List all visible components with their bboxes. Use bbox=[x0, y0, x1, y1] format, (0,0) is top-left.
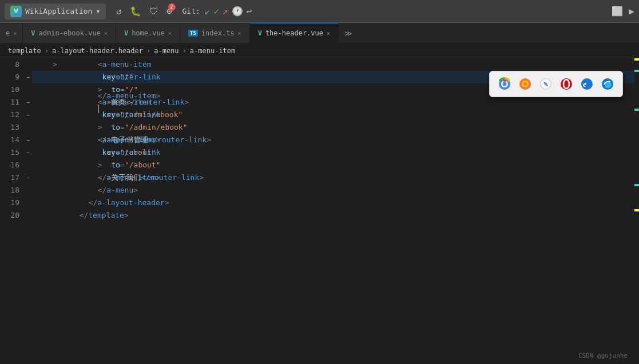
app-name: WikiApplication bbox=[25, 7, 92, 15]
tab-the-header-close[interactable]: × bbox=[327, 30, 330, 37]
tab-home-close[interactable]: × bbox=[168, 30, 172, 37]
fold-20 bbox=[24, 209, 32, 222]
run-icon[interactable]: ▶ bbox=[629, 6, 634, 17]
toolbar-icons: ↺ 🐛 🛡 ⊕ 2 bbox=[116, 6, 172, 17]
git-check-icon[interactable]: ✓ bbox=[213, 6, 219, 17]
gutter-mark-4 bbox=[634, 184, 639, 186]
breadcrumb-a-menu[interactable]: a-menu bbox=[154, 47, 178, 55]
fold-9[interactable]: − bbox=[24, 71, 32, 83]
tab-prev-label: e bbox=[6, 29, 10, 37]
edge-old-icon[interactable]: e bbox=[579, 76, 595, 92]
fold-11[interactable]: − bbox=[24, 96, 32, 109]
right-gutter bbox=[634, 58, 639, 364]
breadcrumb-template[interactable]: template bbox=[8, 47, 41, 55]
ln-8: 8 bbox=[0, 58, 19, 71]
git-icons: ↙ ✓ ↗ 🕐 ↩ bbox=[205, 6, 252, 17]
fold-12[interactable]: − bbox=[24, 109, 32, 121]
opera-icon[interactable] bbox=[558, 76, 574, 92]
breadcrumb-sep-1: › bbox=[45, 47, 49, 55]
app-dropdown-icon: ▾ bbox=[96, 7, 100, 15]
fold-19 bbox=[24, 197, 32, 209]
tab-overflow[interactable]: ≫ bbox=[339, 23, 358, 43]
layout-icon[interactable]: ⬜ bbox=[612, 6, 623, 17]
ln-9: 9 bbox=[0, 71, 19, 83]
fold-area: − − − − − − bbox=[24, 58, 32, 364]
tab-the-header-label: the-header.vue bbox=[265, 29, 323, 37]
ts-icon: TS bbox=[188, 30, 198, 37]
ln-13: 13 bbox=[0, 121, 19, 134]
git-pull-icon[interactable]: ↙ bbox=[205, 6, 211, 17]
fold-18 bbox=[24, 184, 32, 197]
breadcrumb-a-menu-item[interactable]: a-menu-item bbox=[190, 47, 235, 55]
vue-icon-2: V bbox=[124, 29, 128, 37]
tab-index-close[interactable]: × bbox=[238, 30, 241, 37]
fold-16 bbox=[24, 159, 32, 171]
git-push-icon[interactable]: ↗ bbox=[223, 6, 228, 17]
tab-prev-close[interactable]: × bbox=[13, 30, 17, 37]
ln-15: 15 bbox=[0, 146, 19, 159]
chrome-icon[interactable] bbox=[497, 76, 513, 92]
vue-icon: V bbox=[31, 29, 35, 37]
git-undo-icon[interactable]: ↩ bbox=[247, 6, 252, 17]
breadcrumb: template › a-layout-header.header › a-me… bbox=[0, 43, 639, 58]
fold-8 bbox=[24, 58, 32, 71]
git-section: Git: ↙ ✓ ↗ 🕐 ↩ bbox=[182, 6, 252, 17]
fold-15[interactable]: − bbox=[24, 146, 32, 159]
tab-prev[interactable]: e × bbox=[0, 23, 23, 43]
ln-10: 10 bbox=[0, 83, 19, 96]
svg-point-2 bbox=[503, 82, 507, 86]
ln-19: 19 bbox=[0, 197, 19, 209]
tab-home[interactable]: V home.vue × bbox=[116, 23, 180, 43]
git-label: Git: bbox=[182, 7, 200, 15]
code-line-20: </template> bbox=[32, 209, 634, 222]
titlebar-right: ⬜ ▶ bbox=[612, 6, 634, 17]
svg-point-5 bbox=[523, 82, 527, 86]
tab-home-label: home.vue bbox=[132, 29, 165, 37]
ln-17: 17 bbox=[0, 171, 19, 184]
app-icon: W bbox=[10, 6, 22, 17]
edge-new-icon[interactable] bbox=[600, 76, 616, 92]
bug-icon[interactable]: 🐛 bbox=[130, 6, 141, 17]
ln-20: 20 bbox=[0, 209, 19, 222]
refresh-icon[interactable]: ↺ bbox=[116, 6, 122, 17]
browser-popup: e bbox=[489, 71, 623, 97]
vue-icon-3: V bbox=[258, 29, 262, 37]
tab-admin-ebook-label: admin-ebook.vue bbox=[39, 29, 101, 37]
breadcrumb-layout-header[interactable]: a-layout-header.header bbox=[52, 47, 143, 55]
notification-icon[interactable]: ⊕ 2 bbox=[166, 6, 172, 17]
ln-18: 18 bbox=[0, 184, 19, 197]
tab-admin-ebook[interactable]: V admin-ebook.vue × bbox=[23, 23, 116, 43]
svg-text:e: e bbox=[583, 80, 586, 89]
tab-index-label: index.ts bbox=[201, 29, 235, 37]
line-numbers: 8 9 10 11 12 13 14 15 16 17 18 19 20 bbox=[0, 58, 24, 364]
ln-14: 14 bbox=[0, 134, 19, 146]
badge-count: 2 bbox=[168, 3, 176, 11]
tab-admin-ebook-close[interactable]: × bbox=[104, 30, 108, 37]
code-content: > <a-menu-item key="/" > <router-link to… bbox=[32, 58, 634, 364]
titlebar: W WikiApplication ▾ ↺ 🐛 🛡 ⊕ 2 Git: ↙ ✓ ↗… bbox=[0, 0, 639, 23]
fold-17[interactable]: − bbox=[24, 171, 32, 184]
code-text-8: > bbox=[53, 58, 57, 71]
tab-the-header[interactable]: V the-header.vue × bbox=[250, 23, 339, 43]
git-history-icon[interactable]: 🕐 bbox=[232, 6, 243, 17]
breadcrumb-sep-2: › bbox=[146, 47, 150, 55]
fold-14[interactable]: − bbox=[24, 134, 32, 146]
app-title[interactable]: W WikiApplication ▾ bbox=[5, 3, 106, 19]
breadcrumb-sep-3: › bbox=[182, 47, 186, 55]
gutter-mark-3 bbox=[634, 109, 639, 111]
code-text-20: </template> bbox=[43, 197, 129, 234]
tab-index[interactable]: TS index.ts × bbox=[180, 23, 250, 43]
gutter-mark-2 bbox=[634, 70, 639, 72]
safari-icon[interactable] bbox=[538, 76, 554, 92]
gutter-mark-5 bbox=[634, 209, 639, 211]
gutter-mark-1 bbox=[634, 58, 639, 61]
ln-11: 11 bbox=[0, 96, 19, 109]
firefox-icon[interactable] bbox=[517, 76, 533, 92]
editor: 8 9 10 11 12 13 14 15 16 17 18 19 20 − −… bbox=[0, 58, 639, 364]
ln-16: 16 bbox=[0, 159, 19, 171]
tabs-bar: e × V admin-ebook.vue × V home.vue × TS … bbox=[0, 23, 639, 43]
fold-13 bbox=[24, 121, 32, 134]
ln-12: 12 bbox=[0, 109, 19, 121]
shield-icon[interactable]: 🛡 bbox=[149, 6, 158, 17]
fold-10 bbox=[24, 83, 32, 96]
